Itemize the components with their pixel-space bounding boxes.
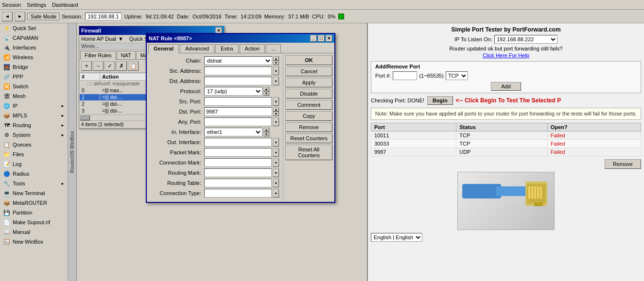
in-interface-spin-down[interactable]: ▼ <box>263 132 269 136</box>
nat-tab-advanced[interactable]: Advanced <box>180 44 214 53</box>
connection-mark-input[interactable] <box>204 158 272 167</box>
dst-port-input[interactable] <box>204 107 272 116</box>
ok-button[interactable]: OK <box>285 55 332 65</box>
forward-button[interactable]: ► <box>15 12 25 21</box>
sidebar-item-files[interactable]: 📁 Files <box>0 149 68 159</box>
dropdown-arrow-icon[interactable]: ▼ <box>118 36 123 42</box>
copy-rule-button[interactable]: 📋 <box>128 61 139 71</box>
port-number-input[interactable] <box>393 71 417 80</box>
chain-select[interactable]: dstnat <box>204 56 272 65</box>
enable-rule-button[interactable]: ✓ <box>104 61 115 71</box>
routing-mark-dropdown[interactable]: ▼ <box>273 168 279 177</box>
copy-button[interactable]: Copy <box>285 111 332 121</box>
add-rule-button[interactable]: + <box>81 61 92 71</box>
nat-close-button[interactable]: ✕ <box>326 35 332 42</box>
nat-tab-extra[interactable]: Extra <box>215 44 239 53</box>
routing-table-dropdown[interactable]: ▼ <box>273 179 279 187</box>
in-interface-spin-up[interactable]: ▲ <box>263 128 269 132</box>
connection-mark-dropdown[interactable]: ▼ <box>273 158 279 167</box>
sidebar-item-ip[interactable]: 🌐 IP ► <box>0 101 68 111</box>
sidebar-item-new-winbox[interactable]: 🪟 New WinBox <box>0 237 68 247</box>
protocol-spin-up[interactable]: ▲ <box>263 87 269 91</box>
tab-nat[interactable]: NAT <box>117 51 136 59</box>
help-link[interactable]: Click Here For Help <box>371 52 641 58</box>
disable-button[interactable]: Disable <box>285 89 332 99</box>
add-port-button[interactable]: Add <box>491 82 521 91</box>
sidebar-item-system[interactable]: ⚙ System ► <box>0 130 68 140</box>
packet-mark-input[interactable] <box>204 148 272 157</box>
port-table-row[interactable]: 30033 TCP Failed <box>371 140 641 148</box>
menu-dashboard[interactable]: Dashboard <box>52 2 78 8</box>
any-port-input[interactable] <box>204 117 272 126</box>
dst-port-spin-down[interactable]: ▼ <box>273 112 279 116</box>
packet-mark-dropdown[interactable]: ▼ <box>273 148 279 157</box>
sidebar-item-tools[interactable]: 🔧 Tools ► <box>0 179 68 188</box>
remove-rule-button[interactable]: − <box>93 61 104 71</box>
sidebar-item-radius[interactable]: 🔵 Radius <box>0 169 68 179</box>
connection-type-input[interactable] <box>204 189 272 198</box>
src-port-input[interactable] <box>204 97 272 106</box>
sidebar-item-metarouter[interactable]: 📦 MetaROUTER <box>0 198 68 208</box>
disable-rule-button[interactable]: ✗ <box>116 61 127 71</box>
sidebar-item-capsman[interactable]: 📡 CAPsMAN <box>0 33 68 43</box>
in-interface-select[interactable]: ether1 <box>204 128 262 136</box>
sidebar-item-quick-set[interactable]: ⚡ Quick Set <box>0 23 68 33</box>
back-button[interactable]: ◄ <box>2 12 13 21</box>
port-table-row[interactable]: 10011 TCP Failed <box>371 132 641 140</box>
protocol-select[interactable]: 17 (udp) <box>204 87 262 96</box>
sidebar-item-switch[interactable]: 🔀 Switch <box>0 82 68 91</box>
chain-spin-up[interactable]: ▲ <box>273 56 279 61</box>
protocol-spin-down[interactable]: ▼ <box>263 91 269 96</box>
sidebar-item-interfaces[interactable]: 🔌 Interfaces <box>0 43 68 52</box>
out-interface-input[interactable] <box>204 138 272 147</box>
routing-mark-input[interactable] <box>204 168 272 177</box>
sidebar-item-bridge[interactable]: 🌉 Bridge <box>0 62 68 72</box>
sidebar-item-routing[interactable]: 🗺 Routing ► <box>0 120 68 130</box>
sidebar-item-new-terminal[interactable]: 💻 New Terminal <box>0 188 68 198</box>
sidebar-item-mesh[interactable]: 🕸 Mesh <box>0 91 68 101</box>
sidebar-item-partition[interactable]: 💾 Partition <box>0 208 68 217</box>
src-address-dropdown[interactable]: ▼ <box>273 66 279 75</box>
comment-button[interactable]: Comment <box>285 100 332 110</box>
apply-button[interactable]: Apply <box>285 78 332 87</box>
begin-button[interactable]: Begin <box>427 96 453 105</box>
chain-spin-down[interactable]: ▼ <box>273 61 279 65</box>
src-port-dropdown[interactable]: ▼ <box>273 97 279 106</box>
nat-tab-action[interactable]: Action <box>240 44 265 53</box>
scroll-thumb[interactable] <box>80 116 90 120</box>
menu-session[interactable]: Session <box>2 2 21 8</box>
routeros-strip: RouterOS WinBox <box>68 23 77 281</box>
port-table-row[interactable]: 9987 UDP Failed <box>371 148 641 156</box>
connection-type-dropdown[interactable]: ▼ <box>273 189 279 198</box>
safe-mode-button[interactable]: Safe Mode <box>27 13 60 20</box>
cancel-button[interactable]: Cancel <box>285 66 332 76</box>
sidebar-item-wireless[interactable]: 📶 Wireless <box>0 52 68 62</box>
sidebar-item-manual[interactable]: 📖 Manual <box>0 227 68 237</box>
sidebar-item-make-supout[interactable]: 📄 Make Supout.rif <box>0 217 68 227</box>
out-interface-dropdown[interactable]: ▼ <box>273 138 279 147</box>
sidebar-item-log[interactable]: 📝 Log <box>0 159 68 169</box>
nat-tab-more[interactable]: ... <box>266 44 281 53</box>
dst-address-dropdown[interactable]: ▼ <box>273 77 279 85</box>
nat-minimize-button[interactable]: _ <box>310 35 317 42</box>
protocol-select-right[interactable]: TCP UDP <box>446 71 468 80</box>
ip-listen-select[interactable]: 192.168.88.222 <box>494 35 557 44</box>
menu-settings[interactable]: Settings <box>27 2 46 8</box>
remove-rule-dialog-button[interactable]: Remove <box>285 122 332 132</box>
reset-all-counters-button[interactable]: Reset All Counters <box>285 145 332 160</box>
remove-port-button[interactable]: Remove <box>605 159 641 169</box>
routing-table-input[interactable] <box>204 179 272 187</box>
dst-address-input[interactable] <box>204 77 272 85</box>
language-select[interactable]: English | English <box>371 233 422 242</box>
tab-filter-rules[interactable]: Filter Rules <box>80 51 116 60</box>
dst-port-spin-up[interactable]: ▲ <box>273 107 279 112</box>
sidebar-item-queues[interactable]: 📋 Queues <box>0 140 68 149</box>
port-status: TCP <box>456 132 547 140</box>
src-address-input[interactable] <box>204 66 272 75</box>
any-port-dropdown[interactable]: ▼ <box>273 117 279 126</box>
sidebar-item-mpls[interactable]: 📦 MPLS ► <box>0 111 68 120</box>
nat-maximize-button[interactable]: □ <box>318 35 325 42</box>
nat-tab-general[interactable]: General <box>148 44 179 53</box>
sidebar-item-ppp[interactable]: 🔗 PPP <box>0 72 68 82</box>
reset-counters-button[interactable]: Reset Counters <box>285 133 332 143</box>
